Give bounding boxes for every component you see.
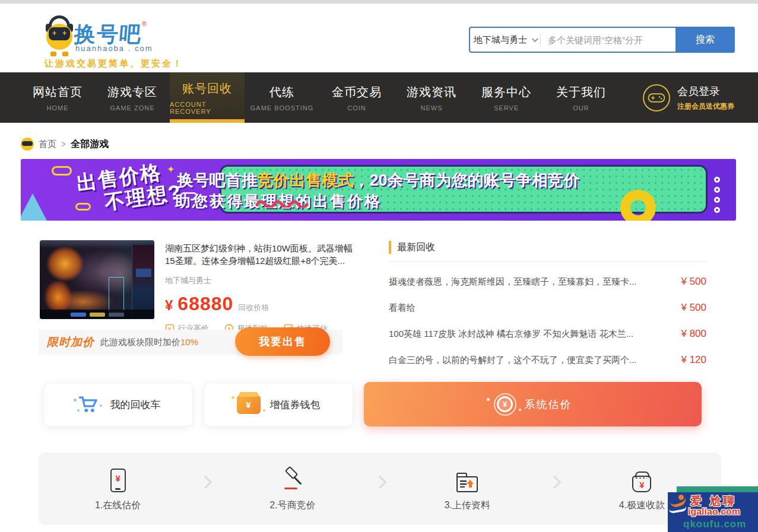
login-subtitle: 注册会员送优惠券 [677,101,734,112]
ring-decoration [620,190,656,221]
estimate-button-label: 系统估价 [525,397,572,412]
login-title: 会员登录 [677,84,734,98]
chevron-down-icon [532,36,538,42]
chevron-right-icon [548,476,562,489]
watermark: 爱 尬聊 igaliao.com qkoufu.com [668,492,758,532]
currency-symbol: ¥ [165,297,173,314]
folder-upload-icon [456,466,478,492]
watermark-line3: qkoufu.com [683,518,746,530]
promo-badge: 限时加价 [47,335,94,350]
step-dealer-bidding: 2.号商竞价 [269,466,315,512]
product-title[interactable]: 湖南五区梦幻级剑神，站街10W面板。武器增幅15圣耀。连体全身增幅12超级红眼+… [165,242,355,267]
nav-item-game-zone[interactable]: 游戏专区GAME ZONE [95,72,170,123]
brand-domain: huanhaoba . com [75,44,153,53]
product-image[interactable] [40,240,154,319]
main-nav: 网站首页HOME 游戏专区GAME ZONE 账号回收ACCOUNT RECOV… [0,72,758,123]
breadcrumb-separator: > [61,139,66,149]
breadcrumb-home[interactable]: 首页 [39,139,56,150]
search-box: 地下城与勇士 搜索 [469,27,735,53]
nav-items: 网站首页HOME 游戏专区GAME ZONE 账号回收ACCOUNT RECOV… [20,72,619,123]
mascot-mini-icon [21,138,34,151]
breadcrumb-current: 全部游戏 [71,138,109,151]
promo-banner[interactable]: ✦ 出售价格 不理想? 换号吧首推竞价出售模式，20余号商为您的账号争相竞价 助… [21,159,736,221]
recovery-price: 68880 [177,293,233,315]
banner-headline: 换号吧首推竞价出售模式，20余号商为您的账号争相竞价 [21,170,736,191]
process-steps: ¥ 1.在线估价 2.号商竞价 3.上传资料 ¥ 4.极速收款 [39,453,721,525]
nav-item-news[interactable]: 游戏资讯NEWS [394,72,469,123]
gavel-icon [280,466,305,492]
nav-item-coin[interactable]: 金币交易COIN [319,72,394,123]
breadcrumb: 首页 > 全部游戏 [21,136,109,152]
phone-yen-icon: ¥ [110,466,126,492]
nav-item-about[interactable]: 关于我们OUR [544,72,619,123]
squiggle-decoration [255,197,310,208]
wallet-icon: ¥ [237,395,261,414]
page: ++ 换号吧® huanhaoba . com 让游戏交易更简单、更安全！ 地下… [0,0,758,532]
price-row: ¥ 68880 回收价格 [165,293,355,315]
my-recovery-cart-card[interactable]: 我的回收车 [43,383,193,426]
nav-item-account-recovery[interactable]: 账号回收ACCOUNT RECOVERY [170,72,245,123]
search-category-select[interactable]: 地下城与勇士 [470,28,540,52]
recovery-row[interactable]: 看着给 ¥ 500 [389,302,706,314]
nav-item-boosting[interactable]: 代练GAME BOOSTING [245,72,319,123]
recovery-title: 最新回收 [397,241,435,254]
header: ++ 换号吧® huanhaoba . com 让游戏交易更简单、更安全！ 地下… [0,4,758,72]
brand-tagline: 让游戏交易更简单、更安全！ [45,58,183,69]
search-category-value: 地下城与勇士 [474,34,527,46]
promo-text: 此游戏板块限时加价10% [100,337,198,348]
chevron-right-icon [373,476,387,489]
step-online-estimate: ¥ 1.在线估价 [95,466,141,512]
sell-button[interactable]: 我要出售 [235,327,330,356]
price-note: 回收价格 [238,302,269,313]
step-fast-payout: ¥ 4.极速收款 [619,466,665,512]
product-info: 湖南五区梦幻级剑神，站街10W面板。武器增幅15圣耀。连体全身增幅12超级红眼+… [165,242,355,334]
member-login[interactable]: 会员登录 注册会员送优惠券 [643,72,734,123]
site-logo[interactable]: ++ 换号吧® huanhaoba . com 让游戏交易更简单、更安全！ [45,11,187,70]
coin-yen-icon: ¥ [494,393,516,416]
recovery-row[interactable]: 白金三的号，以前的号解封了，这个不玩了，便宜卖了买两个... ¥ 120 [389,354,706,366]
system-estimate-button[interactable]: ¥ 系统估价 [364,382,702,426]
recovery-header: 最新回收 [389,241,706,262]
wallet-card-label: 增值券钱包 [270,398,321,412]
cart-icon [76,394,101,415]
chevron-right-icon [198,476,212,489]
latest-recovery-panel: 最新回收 摄魂使者薇恩，海克斯斯维因，至臻瞎子，至臻寡妇，至臻卡... ¥ 50… [389,241,706,366]
cart-card-label: 我的回收车 [110,398,161,412]
banner-side-dots [714,177,720,213]
search-input[interactable] [541,28,675,52]
step-upload-info: 3.上传资料 [444,466,490,512]
gamepad-icon [643,84,670,112]
recovery-row[interactable]: 摄魂使者薇恩，海克斯斯维因，至臻瞎子，至臻寡妇，至臻卡... ¥ 500 [389,276,706,288]
nav-item-service[interactable]: 服务中心SERVE [469,72,544,123]
mascot-logo-icon: ++ [46,15,73,53]
product-game-name: 地下城与勇士 [165,275,355,286]
header-accent-bar [389,241,391,254]
promo-percent: 10% [180,337,198,347]
recovery-row[interactable]: 100英雄 117皮肤 冰封战神 橘右京修罗 不知火舞魅语 花木兰... ¥ 8… [389,328,706,340]
watermark-figure-icon [669,495,689,518]
purse-yen-icon: ¥ [632,466,651,492]
voucher-wallet-card[interactable]: ¥ 增值券钱包 [204,383,353,426]
nav-item-home[interactable]: 网站首页HOME [20,72,95,123]
watermark-line2: igaliao.com [688,506,740,517]
search-button[interactable]: 搜索 [675,27,735,53]
